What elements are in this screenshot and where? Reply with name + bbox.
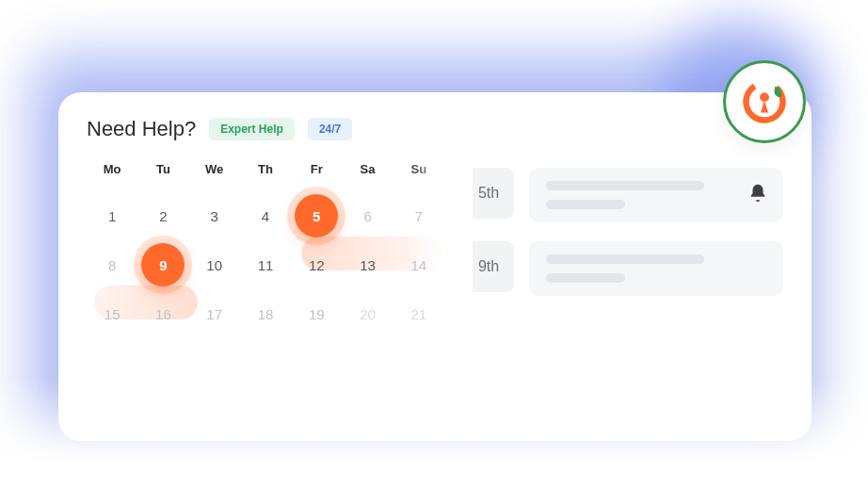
day-number: 20 — [360, 306, 376, 322]
calendar-day[interactable]: 7 — [394, 193, 444, 238]
day-number: 15 — [104, 306, 121, 322]
calendar-day[interactable]: 12 — [291, 242, 342, 287]
day-number: 14 — [411, 257, 427, 273]
calendar-day[interactable]: 16 — [137, 291, 188, 336]
day-number: 10 — [206, 257, 222, 273]
calendar-day[interactable]: 17 — [189, 291, 240, 336]
day-number: 18 — [258, 306, 274, 322]
day-number: 9 — [159, 257, 167, 273]
event-item[interactable]: 9th — [463, 241, 783, 296]
calendar-day[interactable]: 10 — [189, 242, 240, 287]
calendar-day[interactable]: 6 — [342, 193, 393, 238]
event-date-box: 9th — [463, 241, 514, 292]
day-number: 13 — [360, 257, 376, 273]
keyhole-leaf-icon — [740, 77, 789, 126]
calendar-day[interactable]: 2 — [137, 193, 188, 238]
availability-badge[interactable]: 24/7 — [308, 118, 352, 140]
dow-label: Su — [394, 162, 444, 176]
calendar-day[interactable]: 8 — [87, 242, 137, 287]
help-calendar-card: Need Help? Expert Help 24/7 MoTuWeThFrSa… — [58, 92, 812, 441]
placeholder-line — [546, 181, 704, 190]
dow-label: We — [189, 162, 240, 176]
calendar-day[interactable]: 3 — [189, 193, 240, 238]
calendar-day[interactable]: 20 — [342, 291, 393, 336]
day-number: 5 — [313, 208, 320, 224]
day-number: 12 — [309, 257, 325, 273]
day-number: 2 — [159, 208, 167, 224]
bell-icon[interactable] — [747, 183, 768, 204]
calendar-day[interactable]: 5 — [291, 193, 342, 238]
day-number: 16 — [155, 306, 171, 322]
calendar-day[interactable]: 14 — [394, 242, 444, 287]
dow-label: Tu — [137, 162, 188, 176]
placeholder-line — [546, 254, 704, 264]
placeholder-line — [546, 200, 625, 209]
day-number: 19 — [309, 306, 325, 322]
calendar-day[interactable]: 18 — [240, 291, 291, 336]
day-number: 17 — [206, 306, 222, 322]
calendar-day[interactable]: 1 — [87, 193, 137, 238]
calendar-day[interactable]: 15 — [87, 291, 137, 336]
calendar: MoTuWeThFrSaSu 1234567891011121314151617… — [87, 162, 444, 437]
expert-help-badge[interactable]: Expert Help — [209, 118, 295, 140]
calendar-day[interactable]: 13 — [342, 242, 393, 287]
day-number: 21 — [411, 306, 427, 322]
calendar-day[interactable]: 19 — [291, 291, 342, 336]
dow-label: Mo — [87, 162, 137, 176]
event-item[interactable]: 5th — [463, 168, 783, 222]
calendar-day[interactable]: 9 — [137, 242, 188, 287]
events-list: 5th9th — [463, 162, 783, 437]
day-number: 7 — [415, 208, 423, 224]
day-number: 6 — [363, 208, 371, 224]
dow-label: Sa — [342, 162, 393, 176]
brand-logo[interactable] — [723, 60, 806, 143]
event-body — [529, 241, 783, 296]
day-number: 11 — [258, 257, 274, 273]
calendar-day[interactable]: 4 — [240, 193, 291, 238]
event-date-box: 5th — [463, 168, 514, 219]
dow-label: Th — [240, 162, 291, 176]
page-title: Need Help? — [87, 117, 196, 141]
calendar-day[interactable]: 11 — [240, 242, 291, 287]
placeholder-line — [546, 273, 625, 283]
day-number: 3 — [211, 208, 218, 224]
day-number: 1 — [108, 208, 116, 224]
card-header: Need Help? Expert Help 24/7 — [58, 117, 812, 162]
day-number: 4 — [262, 208, 269, 224]
calendar-day[interactable]: 21 — [394, 291, 444, 336]
day-number: 8 — [108, 257, 116, 273]
event-body — [529, 168, 783, 222]
dow-label: Fr — [291, 162, 342, 176]
